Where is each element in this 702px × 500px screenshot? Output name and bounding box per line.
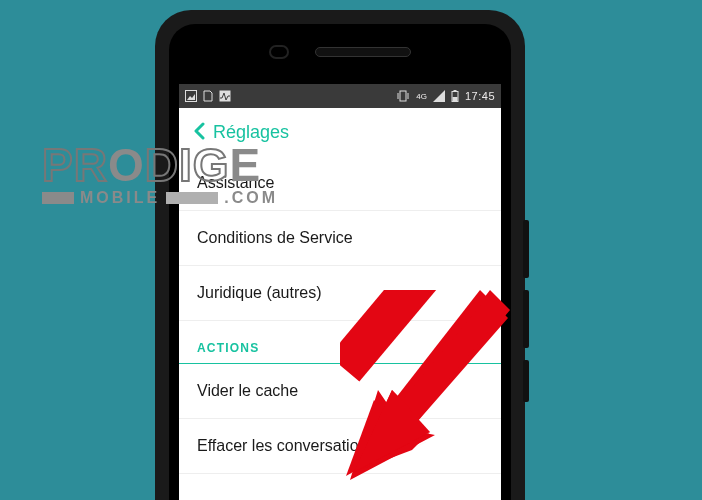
list-item-juridique[interactable]: Juridique (autres) — [179, 266, 501, 321]
list-item-conditions[interactable]: Conditions de Service — [179, 211, 501, 266]
svg-rect-3 — [400, 91, 406, 101]
phone-earpiece-area — [169, 24, 511, 80]
volume-up-button[interactable] — [523, 220, 529, 278]
vibrate-icon — [396, 90, 410, 102]
earpiece-speaker — [315, 47, 411, 57]
svg-rect-8 — [453, 90, 456, 92]
battery-icon — [451, 90, 459, 102]
phone-screen: 4G 17:45 Réglages Assistance Conditions … — [179, 84, 501, 500]
android-status-bar: 4G 17:45 — [179, 84, 501, 108]
page-title[interactable]: Réglages — [213, 122, 289, 143]
power-button[interactable] — [523, 360, 529, 402]
image-icon — [185, 90, 197, 102]
list-item-vider-cache[interactable]: Vider le cache — [179, 364, 501, 419]
back-chevron-icon[interactable] — [193, 122, 205, 143]
list-item-assistance[interactable]: Assistance — [179, 156, 501, 211]
list-item-effacer-conversations[interactable]: Effacer les conversations — [179, 419, 501, 474]
activity-icon — [219, 90, 231, 102]
svg-rect-9 — [452, 97, 457, 101]
signal-icon — [433, 90, 445, 102]
settings-list: Assistance Conditions de Service Juridiq… — [179, 156, 501, 500]
section-header-actions: ACTIONS — [179, 321, 501, 364]
sd-card-icon — [203, 90, 213, 102]
phone-frame: 4G 17:45 Réglages Assistance Conditions … — [155, 10, 525, 500]
svg-marker-6 — [433, 90, 445, 102]
network-4g-label: 4G — [416, 92, 427, 101]
app-header: Réglages — [179, 108, 501, 156]
phone-bezel: 4G 17:45 Réglages Assistance Conditions … — [169, 24, 511, 500]
front-camera — [269, 45, 289, 59]
status-time: 17:45 — [465, 90, 495, 102]
volume-down-button[interactable] — [523, 290, 529, 348]
svg-marker-1 — [187, 94, 195, 100]
